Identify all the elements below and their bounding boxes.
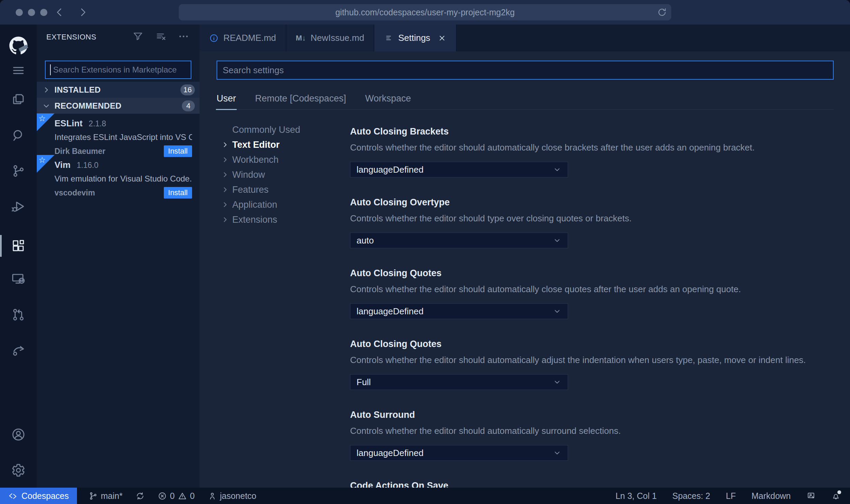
setting-dropdown[interactable]: languageDefined (350, 162, 568, 177)
extensions-search-input[interactable] (46, 61, 191, 78)
reload-icon[interactable] (657, 7, 667, 17)
tab-newissue[interactable]: M↓ NewIssue.md (286, 25, 375, 51)
feedback-icon[interactable] (806, 491, 816, 501)
chevron-down-icon (42, 101, 51, 111)
problems-indicator[interactable]: 0 0 (158, 491, 195, 501)
markdown-icon: M↓ (296, 34, 306, 43)
extension-card-vim[interactable]: ☆ Vim 1.16.0 Vim emulation for Visual St… (37, 155, 200, 196)
clear-list-icon[interactable] (155, 31, 167, 42)
setting-title: Auto Closing Quotes (350, 339, 834, 349)
run-debug-icon[interactable] (11, 200, 26, 214)
person-icon (208, 491, 217, 501)
forward-icon[interactable] (77, 6, 89, 18)
back-icon[interactable] (54, 6, 65, 18)
window-minimize-button[interactable] (28, 9, 35, 16)
extension-card-eslint[interactable]: ☆ ESLint 2.1.8 Integrates ESLint JavaScr… (37, 113, 200, 155)
toc-label: Window (232, 170, 265, 180)
branch-label: main* (101, 491, 123, 501)
toc-label: Workbench (232, 155, 279, 165)
extension-author: vscodevim (54, 188, 95, 198)
setting-description: Controls whether the editor should autom… (350, 426, 834, 436)
scope-tab-user[interactable]: User (217, 93, 236, 109)
indentation[interactable]: Spaces: 2 (672, 491, 710, 501)
toc-item-extensions[interactable]: Extensions (221, 212, 347, 227)
setting-dropdown[interactable]: Full (350, 374, 568, 390)
setting-title: Auto Closing Quotes (350, 268, 834, 279)
activity-bar (0, 25, 37, 488)
settings-editor-icon (384, 33, 393, 43)
chevron-right-icon (42, 85, 51, 95)
toc-label: Features (232, 185, 269, 195)
dropdown-value: auto (357, 235, 374, 246)
browser-toolbar: github.com/codespaces/user-my-project-mg… (0, 0, 850, 25)
extension-description: Vim emulation for Visual Studio Code... (54, 174, 192, 184)
cursor-position[interactable]: Ln 3, Col 1 (615, 491, 657, 501)
explorer-icon[interactable] (11, 92, 26, 107)
toc-item-commonly-used[interactable]: Commonly Used (221, 122, 347, 137)
chevron-right-icon (221, 155, 230, 164)
remote-indicator[interactable]: Codespaces (0, 488, 77, 504)
extensions-icon[interactable] (11, 239, 26, 253)
close-icon[interactable] (438, 34, 446, 43)
scope-tab-remote[interactable]: Remote [Codespaces] (255, 93, 346, 109)
toc-item-workbench[interactable]: Workbench (221, 152, 347, 167)
filter-icon[interactable] (132, 31, 144, 42)
section-label: INSTALLED (54, 85, 177, 95)
git-branch-icon (89, 491, 98, 501)
setting-auto-surround: Auto Surround Controls whether the edito… (350, 406, 834, 477)
settings-search-input[interactable] (217, 61, 833, 79)
chevron-right-icon (221, 185, 230, 194)
toc-label: Extensions (232, 215, 277, 225)
toc-item-window[interactable]: Window (221, 167, 347, 182)
setting-dropdown[interactable]: languageDefined (350, 303, 568, 319)
setting-auto-closing-quotes: Auto Closing Quotes Controls whether the… (350, 265, 834, 335)
address-bar[interactable]: github.com/codespaces/user-my-project-mg… (179, 4, 671, 20)
toc-item-text-editor[interactable]: Text Editor (221, 137, 347, 152)
setting-dropdown[interactable]: auto (350, 233, 568, 248)
chevron-down-icon (553, 448, 562, 457)
chevron-down-icon (553, 236, 562, 245)
live-share-icon[interactable] (11, 343, 26, 358)
setting-description: Controls whether the editor should autom… (350, 142, 834, 153)
chevron-right-icon (221, 200, 230, 209)
eol-sequence[interactable]: LF (726, 491, 736, 501)
editor-area: README.md M↓ NewIssue.md Settings User R… (200, 25, 850, 488)
active-view-indicator (0, 235, 2, 257)
pull-requests-icon[interactable] (11, 308, 26, 322)
source-control-icon[interactable] (11, 164, 26, 178)
window-close-button[interactable] (16, 9, 23, 16)
section-installed[interactable]: INSTALLED 16 (37, 82, 200, 98)
chevron-right-icon (221, 140, 230, 149)
setting-dropdown[interactable]: languageDefined (350, 445, 568, 461)
sidebar-title: EXTENSIONS (46, 33, 96, 42)
window-zoom-button[interactable] (40, 9, 47, 16)
chevron-down-icon (553, 165, 562, 174)
account-icon[interactable] (11, 427, 26, 442)
scope-tab-workspace[interactable]: Workspace (365, 93, 411, 109)
section-recommended[interactable]: RECOMMENDED 4 (37, 98, 200, 114)
more-actions-icon[interactable] (178, 31, 189, 42)
notification-dot (837, 490, 841, 494)
search-icon[interactable] (11, 128, 26, 142)
branch-indicator[interactable]: main* (89, 491, 123, 501)
settings-scope-tabs: User Remote [Codespaces] Workspace (217, 92, 834, 110)
tab-readme[interactable]: README.md (200, 25, 286, 51)
toc-item-features[interactable]: Features (221, 182, 347, 197)
language-mode[interactable]: Markdown (752, 491, 791, 501)
chevron-right-icon (221, 170, 230, 179)
errors-count: 0 (170, 491, 175, 501)
github-codespaces-logo-icon (9, 36, 28, 56)
user-indicator[interactable]: jasonetco (208, 491, 256, 501)
notifications[interactable] (831, 491, 840, 501)
menu-icon[interactable] (11, 63, 26, 78)
toc-label: Commonly Used (232, 125, 300, 135)
install-button[interactable]: Install (164, 187, 192, 199)
chevron-down-icon (553, 378, 562, 387)
remote-explorer-icon[interactable] (11, 272, 26, 286)
tab-settings[interactable]: Settings (374, 25, 457, 51)
toc-item-application[interactable]: Application (221, 197, 347, 212)
warnings-count: 0 (190, 491, 195, 501)
sync-icon[interactable] (136, 491, 145, 501)
settings-gear-icon[interactable] (11, 463, 26, 477)
chevron-right-icon (221, 215, 230, 224)
